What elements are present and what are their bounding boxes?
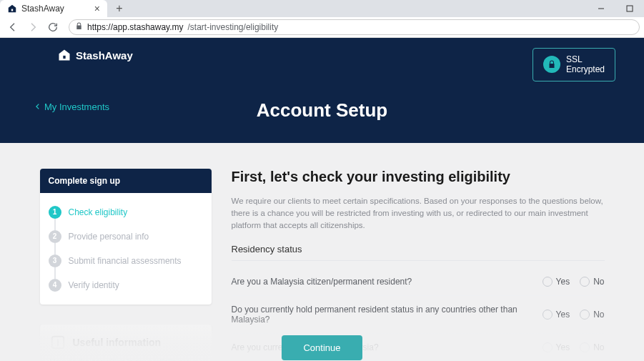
- continue-button[interactable]: Continue: [282, 335, 362, 360]
- forward-button[interactable]: [24, 19, 41, 36]
- favicon-icon: [7, 4, 17, 14]
- url-input[interactable]: https://app.stashaway.my/start-investing…: [69, 19, 640, 35]
- step-number: 1: [49, 206, 61, 219]
- ssl-lock-icon: [543, 56, 560, 73]
- new-tab-button[interactable]: +: [112, 1, 127, 16]
- url-path: /start-investing/eligibility: [188, 22, 279, 32]
- address-bar: https://app.stashaway.my/start-investing…: [0, 17, 644, 37]
- svg-rect-3: [63, 56, 65, 59]
- brand-logo[interactable]: StashAway: [57, 48, 133, 62]
- step-label: Provide personal info: [69, 232, 149, 242]
- window-controls: [587, 0, 644, 17]
- section-title: Residency status: [232, 244, 605, 261]
- option-yes[interactable]: Yes: [543, 277, 570, 287]
- minimize-button[interactable]: [587, 0, 615, 17]
- main-panel: First, let's check your investing eligib…: [232, 169, 605, 361]
- question-row: Are you a Malaysia citizen/permanent res…: [232, 268, 605, 296]
- sidebar: Complete sign up 1 Check eligibility 2 P…: [40, 169, 212, 361]
- radio-icon: [580, 310, 590, 320]
- brand-text: StashAway: [76, 49, 133, 61]
- close-tab-icon[interactable]: ×: [94, 4, 100, 14]
- ssl-line2: Encrypted: [566, 64, 605, 74]
- tab-bar: StashAway × +: [0, 0, 644, 17]
- browser-tab[interactable]: StashAway ×: [0, 0, 107, 17]
- step-submit-financial-assessments[interactable]: 3 Submit financial assessments: [40, 249, 212, 273]
- option-no[interactable]: No: [580, 277, 604, 287]
- signup-steps-card: Complete sign up 1 Check eligibility 2 P…: [40, 169, 212, 305]
- step-label: Verify identity: [69, 280, 119, 290]
- back-link-label: My Investments: [44, 102, 109, 112]
- tab-title: StashAway: [21, 4, 64, 14]
- main-heading: First, let's check your investing eligib…: [232, 169, 605, 185]
- option-no[interactable]: No: [580, 310, 604, 320]
- step-check-eligibility[interactable]: 1 Check eligibility: [40, 200, 212, 224]
- browser-chrome: StashAway × + https://app.stashaway.my/s…: [0, 0, 644, 38]
- step-provide-personal-info[interactable]: 2 Provide personal info: [40, 224, 212, 249]
- main-description: We require our clients to meet certain s…: [232, 195, 605, 232]
- radio-icon: [543, 277, 553, 287]
- step-number: 2: [49, 230, 61, 243]
- radio-icon: [543, 310, 553, 320]
- question-text: Are you a Malaysia citizen/permanent res…: [232, 277, 412, 287]
- step-number: 3: [49, 254, 61, 267]
- ssl-badge: SSL Encrypted: [532, 48, 615, 81]
- question-text: Do you currently hold permanent resident…: [232, 305, 543, 325]
- back-button[interactable]: [4, 19, 21, 36]
- content-area: Complete sign up 1 Check eligibility 2 P…: [0, 143, 644, 361]
- steps-list: 1 Check eligibility 2 Provide personal i…: [40, 193, 212, 305]
- step-label: Submit financial assessments: [69, 256, 182, 266]
- maximize-button[interactable]: [615, 0, 644, 17]
- reload-button[interactable]: [44, 19, 61, 36]
- step-number: 4: [49, 279, 61, 292]
- continue-bar: Continue: [0, 335, 644, 361]
- radio-icon: [580, 277, 590, 287]
- option-yes[interactable]: Yes: [543, 310, 570, 320]
- app-header: StashAway SSL Encrypted My Investments A…: [0, 38, 644, 143]
- house-icon: [57, 48, 71, 62]
- step-verify-identity[interactable]: 4 Verify identity: [40, 273, 212, 297]
- lock-icon: [75, 22, 83, 32]
- step-label: Check eligibility: [69, 207, 128, 217]
- sidebar-header: Complete sign up: [40, 169, 212, 193]
- chevron-left-icon: [34, 103, 41, 110]
- url-host: https://app.stashaway.my: [87, 22, 184, 32]
- svg-rect-0: [11, 9, 13, 11]
- question-row: Do you currently hold permanent resident…: [232, 296, 605, 334]
- ssl-line1: SSL: [566, 54, 605, 64]
- svg-rect-2: [627, 6, 633, 11]
